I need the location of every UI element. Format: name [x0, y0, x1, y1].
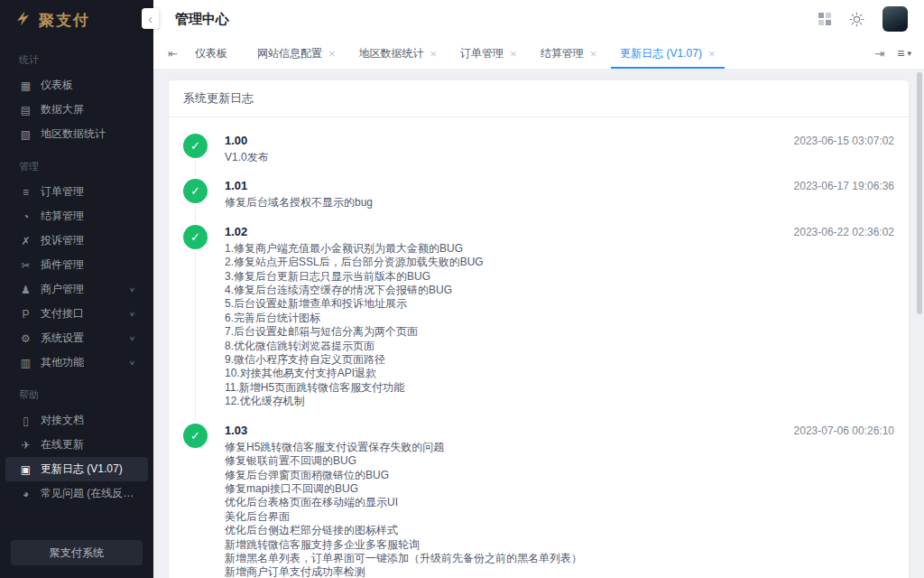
sidebar-item[interactable]: ▦ 仪表板 — [5, 73, 148, 98]
sidebar-item[interactable]: ◕ 常见问题 (在线反馈) — [5, 481, 148, 506]
layout-grid-icon[interactable] — [818, 13, 831, 25]
tab[interactable]: 更新日志 (V1.07) × — [608, 38, 726, 69]
changelog-line: 优化后台表格页面在移动端的显示UI — [225, 496, 741, 509]
sidebar-item[interactable]: ▤ 数据大屏 — [5, 98, 148, 122]
data-screen-icon: ▤ — [19, 104, 32, 117]
timeline-entry: ✓ 1.00 V1.0发布 2023-06-15 03:07:02 — [183, 133, 894, 178]
online-update-icon: ✈ — [19, 439, 32, 452]
tab-close-icon[interactable]: × — [328, 48, 336, 60]
sidebar-item[interactable]: ▯ 对接文档 — [5, 408, 148, 433]
sidebar-item-label: 系统设置 — [41, 331, 84, 346]
tabs-scroll-first-icon[interactable]: ⇤ — [168, 47, 178, 61]
vertical-scrollbar[interactable] — [917, 72, 922, 314]
sidebar-item[interactable]: ✈ 在线更新 — [5, 433, 148, 457]
tab-label: 地区数据统计 — [359, 46, 424, 61]
tab-bar: ⇤ 仪表板 网站信息配置 × 地区数据统计 × 订单管理 × — [153, 38, 924, 69]
changelog-line: 12.优化缓存机制 — [225, 395, 741, 408]
system-name-button[interactable]: 聚支付系统 — [11, 540, 143, 565]
sidebar-item-label: 仪表板 — [41, 78, 73, 93]
sidebar-item[interactable]: ◔ 结算管理 — [5, 204, 148, 228]
sidebar-item[interactable]: ✗ 投诉管理 — [5, 228, 148, 253]
update-log-card: 系统更新日志 ✓ 1.00 V1.0发布 — [168, 79, 910, 578]
sidebar-item-label: 地区数据统计 — [41, 126, 106, 142]
sidebar-section-help: 帮助 ▯ 对接文档 ✈ 在线更新 ▣ 更新日志 (V1.07) — [0, 388, 153, 506]
region-stats-icon: ▧ — [19, 128, 32, 141]
section-label: 统计 — [19, 53, 153, 67]
complaint-icon: ✗ — [19, 235, 32, 247]
tab[interactable]: 订单管理 × — [448, 38, 529, 69]
timeline-entry: ✓ 1.02 1.修复商户端充值最小金额识别为最大金额的BUG2.修复站点开启S… — [183, 224, 894, 423]
changelog-line: 修复银联前置不回调的BUG — [225, 454, 741, 468]
tab[interactable]: 地区数据统计 × — [347, 38, 449, 69]
tab-label: 更新日志 (V1.07) — [620, 46, 702, 61]
sidebar-item-label: 商户管理 — [41, 282, 84, 297]
changelog-line: 7.后台设置处邮箱与短信分离为两个页面 — [225, 325, 741, 339]
merchant-icon: ♟ — [19, 284, 32, 296]
tab-close-icon[interactable]: × — [430, 48, 438, 60]
sidebar-item[interactable]: ≡ 订单管理 — [5, 180, 148, 204]
app-window: 聚支付 统计 ▦ 仪表板 ▤ 数据大屏 — [0, 0, 924, 578]
tab[interactable]: 结算管理 × — [529, 38, 609, 69]
sidebar-item[interactable]: P 支付接口 ∨ — [5, 302, 148, 326]
changelog-line: 新增跳转微信客服支持多企业多客服轮询 — [225, 538, 741, 552]
changelog-line: 11.新增H5页面跳转微信客服支付功能 — [225, 381, 741, 395]
changelog-icon: ▣ — [19, 463, 32, 476]
sidebar-item[interactable]: ▣ 更新日志 (V1.07) — [5, 457, 148, 481]
settings-gear-icon: ⚙ — [19, 332, 32, 345]
sidebar-item-label: 数据大屏 — [41, 102, 84, 117]
sidebar-item[interactable]: ▧ 地区数据统计 — [5, 122, 148, 146]
tab[interactable]: 仪表板 — [183, 38, 245, 69]
page-title: 管理中心 — [175, 11, 229, 28]
changelog-line: 修复后台弹窗页面稍微错位的BUG — [225, 469, 741, 482]
sidebar: 聚支付 统计 ▦ 仪表板 ▤ 数据大屏 — [0, 0, 153, 578]
section-label: 管理 — [19, 160, 153, 173]
tab-close-icon[interactable]: × — [590, 48, 597, 60]
sidebar-menu: 统计 ▦ 仪表板 ▤ 数据大屏 ▧ 地区数据统计 — [0, 40, 153, 529]
tab-label: 结算管理 — [541, 46, 584, 61]
menu-lines-icon: ≡ — [897, 46, 904, 61]
changelog-line: 9.微信小程序支持自定义页面路径 — [225, 353, 741, 367]
sidebar-item-label: 对接文档 — [41, 413, 84, 428]
timestamp: 2023-06-22 02:36:02 — [794, 226, 894, 238]
tab-options-menu[interactable]: ≡ ▾ — [897, 46, 911, 61]
sidebar-item-label: 其他功能 — [41, 355, 84, 370]
changelog-line: 修复mapi接口不回调的BUG — [225, 482, 741, 496]
sidebar-item[interactable]: ⚙ 系统设置 ∨ — [5, 326, 148, 350]
changelog-line: 1.修复商户端充值最小金额识别为最大金额的BUG — [225, 242, 741, 256]
theme-sun-icon[interactable] — [849, 12, 864, 27]
check-glyph: ✓ — [190, 230, 200, 244]
changelog-line: 5.后台设置处新增查单和投诉地址展示 — [225, 297, 741, 311]
timestamp: 2023-07-06 00:26:10 — [794, 424, 894, 437]
changelog-line: 修复H5跳转微信客服支付设置保存失败的问题 — [225, 441, 741, 454]
user-avatar[interactable] — [882, 6, 908, 32]
tab[interactable]: 网站信息配置 × — [245, 38, 347, 69]
card-title: 系统更新日志 — [169, 80, 909, 117]
changelog-line: 3.修复后台更新日志只显示当前版本的BUG — [225, 270, 741, 284]
entry-body: 1.01 修复后台域名授权不显示的bug — [225, 178, 741, 210]
tab-close-icon[interactable]: × — [510, 48, 517, 60]
caret-down-icon: ▾ — [907, 49, 911, 58]
tab-label: 订单管理 — [460, 46, 504, 61]
sidebar-item[interactable]: ▥ 其他功能 ∨ — [5, 350, 148, 375]
logo-icon — [14, 10, 32, 31]
changelog-line: 修复后台域名授权不显示的bug — [225, 196, 741, 210]
tab-close-icon[interactable]: × — [708, 48, 716, 60]
sidebar-collapse-button[interactable]: ‹ — [142, 8, 159, 29]
check-glyph: ✓ — [190, 184, 200, 198]
tabs-scroll-last-icon[interactable]: ⇥ — [874, 47, 884, 61]
version-label: 1.01 — [225, 178, 741, 193]
check-icon: ✓ — [183, 134, 208, 158]
payment-api-icon: P — [19, 308, 32, 321]
sidebar-section-stats: 统计 ▦ 仪表板 ▤ 数据大屏 ▧ 地区数据统计 — [0, 53, 153, 146]
sidebar-item-label: 支付接口 — [41, 306, 84, 322]
order-icon: ≡ — [19, 186, 32, 199]
timeline-entry: ✓ 1.01 修复后台域名授权不显示的bug 2023-06-17 19:06:… — [183, 178, 894, 223]
changelog-line: 10.对接其他易支付支持API退款 — [225, 367, 741, 380]
sidebar-item-label: 插件管理 — [41, 257, 84, 273]
sidebar-item-label: 在线更新 — [41, 437, 84, 452]
content-area: 系统更新日志 ✓ 1.00 V1.0发布 — [153, 69, 924, 578]
entry-body: 1.02 1.修复商户端充值最小金额识别为最大金额的BUG2.修复站点开启SSL… — [225, 224, 741, 409]
settlement-icon: ◔ — [19, 210, 32, 223]
sidebar-item[interactable]: ♟ 商户管理 ∨ — [5, 277, 148, 302]
sidebar-item[interactable]: ✂ 插件管理 — [5, 253, 148, 277]
